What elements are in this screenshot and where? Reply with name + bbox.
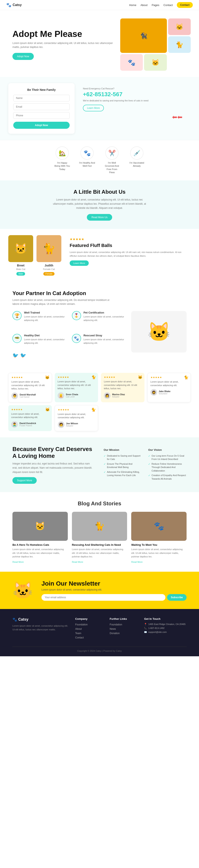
hero-images: 🐈‍⬛ 🐱 🐈 🐾 🐱 [120, 19, 191, 71]
featured-cats-section: 🐱 Breet Male Cat Male 🐈 Judith Female Ca… [0, 229, 199, 282]
featured-desc: Lorem ipsum dolor sit amet, consectetur … [70, 250, 187, 258]
certification-title: Pet Certification [84, 311, 127, 314]
testimonial-5: ★★★★★ Lorem ipsum dolor sit amet, consec… [55, 405, 98, 431]
nav-contact-link[interactable]: Contact [164, 3, 173, 7]
mission-title: Our Mission [104, 448, 142, 452]
every-cat-title: Because Every Cat Deserves A Loving Home [12, 445, 95, 460]
role-5: Adopter [66, 425, 78, 427]
emergency-desc: We're dedicated to saving and improving … [83, 99, 183, 102]
footer-further-title: Further Links [110, 617, 138, 620]
cat-chip-4: 🐱 [45, 407, 50, 412]
blog-image-0: 🐱 [12, 512, 68, 541]
footer-company-link-0[interactable]: Foundation [75, 623, 88, 626]
avatar-4: 👨‍🦱 [11, 421, 18, 428]
footer-phone: 📞 1-607-813-1492 [144, 627, 187, 629]
newsletter-subscribe-button[interactable]: Subscribe [167, 594, 187, 601]
blog-read-more-0[interactable]: Read More [12, 561, 24, 563]
feature-icon-paw: 🐾 [80, 146, 94, 160]
every-cat-desc: Integer imperdiet arcu dui, eget lacinia… [12, 462, 95, 474]
user-5: 🧑 Joe Wilson Adopter [58, 421, 95, 428]
cat-chip-0: 🐱 [45, 375, 49, 380]
nav-brand: Catsy [13, 3, 22, 7]
judith-name: Judith [36, 264, 61, 267]
blog-post-desc-2: Lorem ipsum dolor sit amet, consectetur … [131, 548, 187, 559]
trained-desc: Lorem ipsum dolor sit amet, consectetur … [24, 315, 68, 322]
testimonial-2: ★★★★★ Lorem ipsum dolor sit amet, consec… [101, 373, 144, 402]
mission-list: Our Mission ✓Dedicated to Saving and Sup… [104, 448, 142, 481]
feature-label-1: I'm Healthy And Well Fed [79, 161, 95, 168]
footer-company-link-2[interactable]: Team [75, 632, 81, 635]
testimonial-1: ★★★★★ Lorem ipsum dolor sit amet, consec… [55, 373, 98, 402]
every-cat-section: Because Every Cat Deserves A Loving Home… [0, 437, 199, 492]
featured-info: ★★★★★ Featured Fluff Balls Lorem ipsum d… [66, 235, 191, 268]
vision-title: Our Vision [148, 448, 187, 452]
vision-item-2: ✓Creation of Empathy And Respect Towards… [148, 473, 187, 481]
trained-icon: 🏆 [12, 311, 22, 320]
breet-gender: Male Cat [8, 268, 33, 270]
hero-image-1: 🐱 [168, 19, 191, 35]
footer-further-link-0[interactable]: Foundation [110, 623, 122, 626]
nav-contact-button[interactable]: Contact [177, 2, 193, 8]
footer-company-link-1[interactable]: About [75, 627, 82, 630]
emergency-section: Need Emergency Cat Rescue? +62-85132-567… [75, 83, 191, 134]
form-submit-button[interactable]: Adopt Now [13, 122, 70, 129]
phone-icon: 📞 [144, 627, 147, 629]
certification-desc: Lorem ipsum dolor sit amet, consectetur … [84, 315, 127, 322]
name-1: Sven Chaia [66, 393, 78, 396]
cat-chip-5: 🐈 [91, 407, 96, 412]
footer-grid: 🐾 Catsy Lorem ipsum dolor sit amet, cons… [12, 617, 187, 640]
form-email-input[interactable] [13, 103, 70, 110]
testimonial-4: ★★★★★ Lorem ipsum dolor sit amet, consec… [8, 405, 52, 431]
nav-about[interactable]: About [140, 3, 147, 7]
form-phone-input[interactable] [13, 112, 70, 119]
rescued-desc: Lorem ipsum dolor sit amet, consectetur … [84, 338, 127, 345]
footer-further-link-1[interactable]: News [110, 627, 116, 630]
footer-further-link-2[interactable]: Donation [110, 632, 120, 635]
about-title: A Little Bit About Us [12, 189, 187, 195]
footer-company-links: Foundation About Team Contact [75, 623, 103, 639]
support-button[interactable]: Support More [12, 477, 37, 484]
nav-home[interactable]: Home [129, 3, 136, 7]
blog-post-title-2: Waiting To Meet You [131, 543, 187, 547]
nav-pages[interactable]: Pages [152, 3, 159, 7]
feature-trained: 🏆 Well Trained Lorem ipsum dolor sit ame… [12, 311, 68, 330]
mission-item-0: ✓Dedicated to Saving and Support for Cat… [104, 454, 142, 462]
hero-image-2: 🐈 [168, 36, 191, 53]
feature-icon-3: 💉 I'm Vaccinated Already [129, 146, 145, 174]
newsletter-email-input[interactable] [41, 594, 165, 601]
feature-icon-2: ✂️ I'm Well Groomed And Free From Fleas [104, 146, 120, 174]
hero-adopt-button[interactable]: Adopt Now [12, 53, 34, 60]
footer-email: ✉️ support@site.com [144, 631, 187, 633]
judith-gender: Female Cat [36, 268, 61, 270]
features-icons-row: 🏡 I'm Happy Being With You Today 🐾 I'm H… [0, 140, 199, 180]
blog-read-more-1[interactable]: Read More [72, 561, 83, 563]
feature-label-3: I'm Vaccinated Already [129, 161, 145, 168]
blog-read-more-2[interactable]: Read More [131, 561, 142, 563]
partner-subtitle: Lorem ipsum dolor sit amet, consectetur … [12, 298, 112, 306]
footer-address: 📍 1465 East Ridge Clmaton, CA 20465 [144, 623, 187, 626]
feature-icon-house: 🏡 [56, 146, 69, 160]
hero-main-image: 🐈‍⬛ [120, 19, 167, 53]
form-name-input[interactable] [13, 95, 70, 101]
about-read-more-button[interactable]: Read More Us [87, 214, 112, 221]
emergency-label: Need Emergency Cat Rescue? [83, 87, 183, 90]
featured-title: Featured Fluff Balls [70, 243, 187, 248]
featured-stars: ★★★★★ [70, 237, 187, 241]
feature-icon-0: 🏡 I'm Happy Being With You Today [54, 146, 70, 174]
footer-company-link-3[interactable]: Contact [75, 636, 84, 639]
feature-certification: 🎖️ Pet Certification Lorem ipsum dolor s… [72, 311, 127, 330]
user-3: 🧔 Jake Blake Volunteer [151, 389, 188, 396]
blog-card-2: 🐾 Waiting To Meet You Lorem ipsum dolor … [131, 512, 187, 563]
newsletter-title: Join Our Newsletter [41, 580, 187, 587]
blog-image-2: 🐾 [131, 512, 187, 541]
partner-section: Your Partner In Cat Adoption Lorem ipsum… [0, 282, 199, 367]
feature-icon-1: 🐾 I'm Healthy And Well Fed [79, 146, 95, 174]
blog-section: Blog And Stories 🐱 Be A Hero To Homeless… [0, 492, 199, 572]
feature-diet: 🥗 Healthy Diet Lorem ipsum dolor sit ame… [12, 334, 68, 352]
newsletter-section: 🐱 Join Our Newsletter Lorem ipsum dolor … [0, 572, 199, 609]
emergency-learn-button[interactable]: Learn More [83, 105, 104, 111]
blog-card-1: 🐈 Rescuing And Sheltering Cats In Need L… [72, 512, 127, 563]
footer-paw-icon: 🐾 [12, 617, 17, 622]
featured-learn-button[interactable]: Learn More [70, 260, 89, 266]
nav-logo: 🐾 Catsy [6, 2, 129, 7]
